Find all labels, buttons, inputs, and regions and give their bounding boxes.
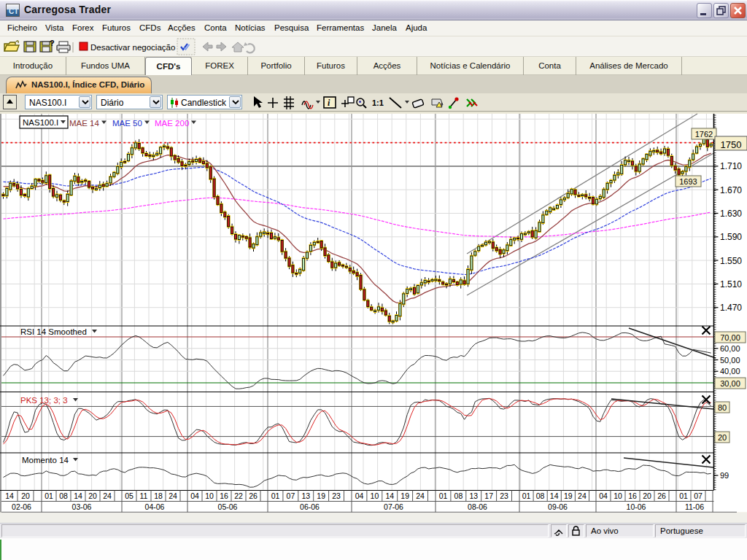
- svg-text:MAE 50: MAE 50: [112, 119, 142, 128]
- svg-text:1.670: 1.670: [720, 185, 742, 195]
- svg-text:20: 20: [21, 491, 30, 500]
- svg-text:10: 10: [371, 491, 379, 500]
- svg-text:05: 05: [125, 491, 133, 500]
- svg-text:19: 19: [317, 491, 325, 500]
- svg-text:23: 23: [500, 491, 508, 500]
- svg-text:14: 14: [5, 491, 14, 500]
- svg-text:1.590: 1.590: [720, 232, 742, 242]
- svg-text:RSI 14 Smoothed: RSI 14 Smoothed: [20, 327, 87, 336]
- svg-text:99: 99: [720, 471, 729, 480]
- svg-text:30,00: 30,00: [720, 379, 740, 388]
- svg-text:1.630: 1.630: [720, 209, 742, 219]
- svg-text:24: 24: [578, 491, 587, 500]
- svg-text:10-06: 10-06: [627, 502, 646, 511]
- svg-text:19: 19: [564, 491, 573, 500]
- svg-text:1.510: 1.510: [720, 279, 742, 289]
- svg-text:22: 22: [234, 491, 243, 500]
- svg-text:1.470: 1.470: [720, 303, 742, 313]
- svg-text:20: 20: [88, 491, 97, 500]
- svg-text:26: 26: [657, 491, 666, 500]
- svg-text:70,00: 70,00: [720, 333, 740, 342]
- svg-text:14: 14: [385, 491, 394, 500]
- svg-text:PKS 13; 3; 3: PKS 13; 3; 3: [20, 396, 68, 405]
- svg-text:20: 20: [718, 433, 727, 442]
- svg-text:1762: 1762: [695, 130, 713, 139]
- svg-text:07-06: 07-06: [384, 502, 403, 511]
- svg-text:04: 04: [599, 491, 608, 500]
- svg-text:04: 04: [190, 491, 199, 500]
- svg-text:17: 17: [484, 491, 493, 500]
- svg-text:!: !: [441, 102, 442, 107]
- svg-text:Desactivar negociação: Desactivar negociação: [90, 43, 175, 52]
- svg-text:10: 10: [205, 491, 214, 500]
- svg-text:06-06: 06-06: [300, 502, 320, 511]
- svg-text:01: 01: [679, 491, 688, 500]
- svg-text:08: 08: [536, 491, 545, 500]
- svg-text:24: 24: [169, 491, 177, 500]
- svg-text:80: 80: [718, 403, 727, 412]
- svg-text:08-06: 08-06: [468, 502, 487, 511]
- svg-text:16: 16: [628, 491, 637, 500]
- svg-text:50,00: 50,00: [720, 356, 740, 365]
- svg-text:24: 24: [416, 491, 425, 500]
- svg-text:02-06: 02-06: [12, 502, 31, 511]
- svg-text:18: 18: [154, 491, 163, 500]
- svg-text:11: 11: [140, 491, 148, 500]
- svg-text:40,00: 40,00: [720, 367, 740, 376]
- svg-text:19: 19: [400, 491, 409, 500]
- svg-text:24: 24: [103, 491, 112, 500]
- svg-text:MAE 200: MAE 200: [155, 119, 189, 128]
- svg-text:01: 01: [271, 491, 280, 500]
- svg-text:13: 13: [301, 491, 310, 500]
- svg-text:08: 08: [454, 491, 463, 500]
- svg-text:03-06: 03-06: [72, 502, 92, 511]
- svg-text:1693: 1693: [679, 177, 697, 186]
- svg-text:07: 07: [287, 491, 295, 500]
- svg-text:1750: 1750: [721, 139, 742, 150]
- svg-text:26: 26: [249, 491, 258, 500]
- svg-text:60,00: 60,00: [720, 344, 740, 353]
- svg-text:?: ?: [50, 39, 55, 47]
- svg-text:NAS100.I: NAS100.I: [23, 118, 58, 127]
- svg-text:01: 01: [44, 491, 53, 500]
- svg-text:01: 01: [522, 491, 531, 500]
- svg-text:10: 10: [614, 491, 622, 500]
- svg-text:14: 14: [550, 491, 559, 500]
- svg-text:04: 04: [355, 491, 364, 500]
- svg-text:MAE 14: MAE 14: [69, 119, 100, 128]
- svg-text:09-06: 09-06: [548, 502, 568, 511]
- svg-text:14: 14: [74, 491, 82, 500]
- svg-text:07: 07: [694, 491, 703, 500]
- svg-text:16: 16: [220, 491, 228, 500]
- svg-text:23: 23: [332, 491, 341, 500]
- svg-text:20: 20: [643, 491, 651, 500]
- svg-text:1.710: 1.710: [720, 161, 742, 171]
- svg-text:1:1: 1:1: [372, 98, 384, 107]
- svg-text:11-06: 11-06: [685, 502, 704, 511]
- svg-text:Momento 14: Momento 14: [22, 456, 69, 464]
- svg-text:08: 08: [59, 491, 68, 500]
- svg-text:13: 13: [469, 491, 478, 500]
- svg-text:01: 01: [439, 491, 448, 500]
- svg-text:1.550: 1.550: [720, 256, 742, 266]
- svg-text:04-06: 04-06: [145, 502, 165, 511]
- svg-text:05-06: 05-06: [218, 502, 238, 511]
